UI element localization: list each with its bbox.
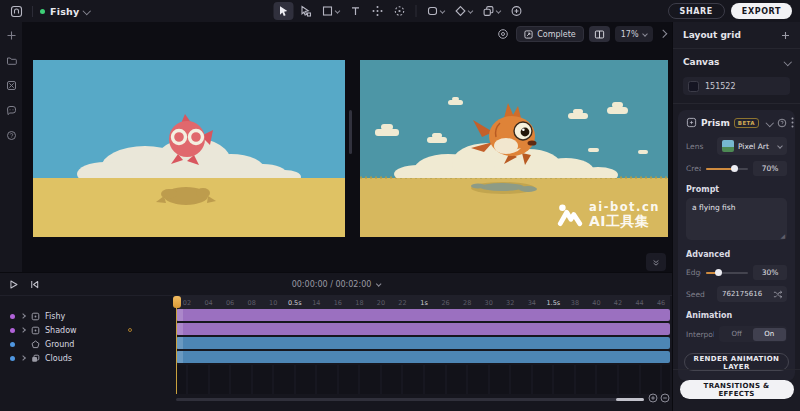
canvas-color-value: 151522 [705, 82, 736, 91]
frame-tool-button[interactable] [318, 2, 344, 20]
transitions-effects-button[interactable]: TRANSITIONS & EFFECTS [680, 380, 794, 399]
ruler-label: 18 [355, 299, 363, 307]
creativity-label: Creativity [686, 164, 701, 173]
expand-panel-button[interactable] [658, 29, 668, 39]
source-canvas[interactable] [33, 60, 345, 237]
layer-name: Ground [45, 340, 74, 349]
shape-tool-button[interactable] [423, 2, 449, 20]
divider [32, 6, 33, 17]
seed-input[interactable]: 762175616 [717, 286, 787, 302]
shuffle-seed-icon[interactable] [773, 290, 782, 299]
layer-name: Fishy [45, 312, 65, 321]
seed-label: Seed [686, 290, 712, 299]
timeline: 00:00:00 / 00:02:00 02040608100.5s141618… [0, 272, 672, 411]
prism-icon [686, 117, 697, 128]
chevron-right-icon [658, 30, 666, 38]
export-button[interactable]: EXPORT [731, 3, 792, 19]
canvas-color-field[interactable]: 151522 [683, 77, 790, 95]
add-plugin-tool-button[interactable] [507, 2, 527, 20]
folder-icon[interactable] [6, 55, 17, 66]
track-bar-shadow[interactable] [176, 323, 670, 335]
resize-grip-icon[interactable]: ◢ [780, 232, 785, 239]
timecode-dropdown[interactable]: 00:00:00 / 00:02:00 [292, 280, 381, 289]
ruler-label: 40 [592, 299, 600, 307]
play-button[interactable] [8, 279, 19, 290]
collapse-controls-button[interactable] [646, 253, 666, 271]
ruler-label: 32 [506, 299, 514, 307]
watermark-logo-icon [557, 203, 583, 227]
complete-button[interactable]: Complete [516, 26, 584, 42]
chevron-down-icon [642, 31, 648, 37]
creativity-slider[interactable] [706, 168, 748, 170]
interpolation-label: Interpolation [686, 330, 714, 339]
layer-list: Fishy Shadow Ground Clouds [0, 309, 176, 365]
zoom-level-value: 17% [621, 30, 639, 39]
ruler-label: 34 [528, 299, 536, 307]
project-menu[interactable]: Fishy [40, 6, 90, 17]
keyframe-indicator[interactable] [128, 328, 132, 332]
focus-tool-button[interactable] [390, 2, 410, 20]
help-icon[interactable] [6, 130, 17, 141]
snapshot-icon[interactable] [495, 26, 511, 42]
layer-color-dot [10, 314, 15, 319]
timeline-scrollbar[interactable] [176, 398, 644, 401]
prism-more-icon[interactable] [791, 117, 794, 128]
share-button[interactable]: SHARE [668, 3, 725, 19]
add-layout-grid-button[interactable] [781, 31, 790, 40]
timeline-scrollbar-thumb[interactable] [616, 398, 644, 401]
split-view-button[interactable] [589, 26, 610, 42]
watermark-line1: ai-bot.cn [589, 201, 660, 214]
skip-to-start-button[interactable] [29, 279, 40, 290]
text-tool-button[interactable] [346, 2, 366, 20]
prism-help-icon[interactable] [777, 118, 787, 128]
variants-tool-button[interactable] [479, 2, 505, 20]
expand-chevron-icon[interactable] [20, 356, 26, 360]
chevron-down-icon [335, 8, 341, 14]
playhead-handle[interactable] [173, 296, 181, 308]
canvas-color-swatch[interactable] [688, 81, 699, 92]
edge-influence-slider[interactable] [706, 272, 748, 274]
edge-influence-value[interactable]: 30% [753, 265, 787, 280]
layer-row-shadow[interactable]: Shadow [0, 323, 176, 337]
layer-row-ground[interactable]: Ground [0, 337, 176, 351]
edge-influence-slider-knob[interactable] [715, 269, 722, 276]
timeline-ruler[interactable]: 02040608100.5s14161820221s26283032341.5s… [176, 296, 670, 309]
assets-icon[interactable] [6, 80, 17, 91]
track-bar-fishy[interactable] [176, 309, 670, 321]
timeline-grid [176, 365, 670, 394]
preview-canvas[interactable]: ai-bot.cn AI工具集 [360, 60, 668, 237]
chevron-down-icon [783, 58, 791, 66]
canvas-split-handle[interactable] [349, 110, 352, 154]
main-toolbar [274, 2, 527, 20]
select-tool-button[interactable] [274, 2, 294, 20]
expand-chevron-icon[interactable] [20, 314, 26, 318]
track-bar-ground[interactable] [176, 337, 670, 349]
zoom-level-dropdown[interactable]: 17% [615, 26, 653, 42]
feedback-icon[interactable] [6, 105, 17, 116]
timeline-zoom-out-button[interactable] [660, 393, 670, 403]
interpolation-off-option[interactable]: Off [721, 328, 754, 341]
layer-color-dot [10, 328, 15, 333]
canvas-area[interactable]: Complete 17% [22, 22, 672, 272]
layer-row-clouds[interactable]: Clouds [0, 351, 176, 365]
add-icon[interactable] [6, 30, 17, 41]
effects-tool-button[interactable] [451, 2, 477, 20]
creativity-slider-knob[interactable] [731, 165, 738, 172]
chevron-down-icon [83, 7, 91, 15]
complete-label: Complete [537, 30, 576, 39]
prism-collapse-button[interactable] [767, 120, 773, 126]
interpolation-on-option[interactable]: On [753, 328, 786, 341]
timeline-zoom-in-button[interactable] [648, 393, 658, 403]
app-logo-icon[interactable] [8, 3, 25, 20]
track-bar-clouds[interactable] [176, 351, 670, 363]
layer-row-fishy[interactable]: Fishy [0, 309, 176, 323]
lens-dropdown[interactable]: Pixel Art [717, 137, 787, 155]
expand-chevron-icon[interactable] [20, 328, 26, 332]
position-tool-button[interactable] [368, 2, 388, 20]
canvas-section-header[interactable]: Canvas [673, 49, 800, 75]
lens-label: Lens [686, 142, 712, 151]
direct-selection-tool-button[interactable] [296, 2, 316, 20]
prompt-input[interactable]: a flying fish ◢ [686, 198, 787, 240]
creativity-value[interactable]: 70% [753, 161, 787, 176]
app-root: Fishy [0, 0, 800, 411]
